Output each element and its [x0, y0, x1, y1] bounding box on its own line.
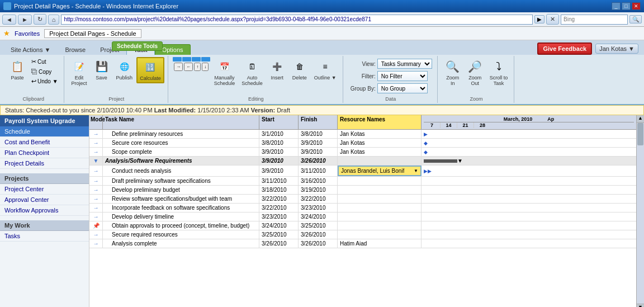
- sidebar-item-tasks[interactable]: Tasks: [0, 231, 89, 242]
- back-button[interactable]: ◄: [2, 15, 16, 25]
- address-input[interactable]: [61, 15, 533, 25]
- insert-button[interactable]: ➕ Insert: [267, 57, 288, 82]
- sidebar: Payroll System Upgrade Schedule Cost and…: [0, 115, 89, 307]
- group-by-select[interactable]: No Group: [377, 83, 428, 93]
- zoom-out-button[interactable]: 🔎 ZoomOut: [465, 57, 486, 88]
- cell-mode-5: →: [89, 177, 103, 185]
- cell-finish-3: 3/26/2010: [299, 157, 338, 165]
- tab-browse[interactable]: Browse: [58, 44, 93, 55]
- cell-task-12[interactable]: Analysis complete: [103, 239, 259, 248]
- vertical-scrollbar[interactable]: ▲ ▼: [636, 115, 644, 307]
- scroll-to-task-button[interactable]: ⤵ Scroll toTask: [487, 57, 511, 88]
- cell-task-0[interactable]: Define preliminary resources: [103, 130, 259, 138]
- col-header-start[interactable]: Start: [259, 115, 299, 129]
- cell-finish-7: 3/22/2010: [299, 195, 338, 203]
- cell-finish-5: 3/16/2010: [299, 177, 338, 185]
- sidebar-item-approval-center[interactable]: Approval Center: [0, 195, 89, 205]
- publish-button[interactable]: 🌐 Publish: [113, 57, 136, 82]
- scroll-up-button[interactable]: ▲: [637, 115, 644, 123]
- outline-button[interactable]: ≡ Outline ▼: [311, 57, 339, 82]
- cell-finish-2: 3/9/2010: [299, 148, 338, 156]
- project-group: 📝 EditProject 💾 Save 🌐 Publish 🔢 Calcula…: [65, 56, 168, 103]
- cut-button[interactable]: ✂ Cut: [29, 57, 60, 67]
- go-button[interactable]: ▶: [534, 15, 544, 23]
- outline-icon: ≡: [318, 59, 333, 74]
- zoom-in-icon: 🔍: [445, 59, 461, 74]
- sidebar-item-schedule[interactable]: Schedule: [0, 126, 89, 137]
- cell-task-10[interactable]: Obtain approvals to proceed (concept, ti…: [103, 221, 259, 230]
- cut-icon: ✂: [31, 58, 36, 65]
- home-button[interactable]: ⌂: [48, 15, 60, 25]
- undo-button[interactable]: ↩ Undo ▼: [29, 77, 60, 86]
- auto-schedule-button[interactable]: 🗓 AutoSchedule: [239, 57, 266, 88]
- cell-task-7[interactable]: Review software specifications/budget wi…: [103, 195, 259, 203]
- schedule-tools-tab[interactable]: Schedule Tools: [112, 41, 163, 51]
- sidebar-item-project-details[interactable]: Project Details: [0, 158, 89, 169]
- cell-task-9[interactable]: Develop delivery timeline: [103, 212, 259, 221]
- zoom-in-button[interactable]: 🔍 ZoomIn: [442, 57, 463, 88]
- calculate-button[interactable]: 🔢 Calculate: [136, 57, 164, 83]
- save-icon: 💾: [94, 59, 110, 74]
- tab-item[interactable]: Project Detail Pages - Schedule: [44, 29, 141, 38]
- cell-task-4[interactable]: Conduct needs analysis: [103, 166, 259, 176]
- manually-schedule-button[interactable]: 📅 ManuallySchedule: [211, 57, 238, 88]
- cell-task-1[interactable]: Secure core resources: [103, 139, 259, 147]
- delete-button[interactable]: 🗑 Delete: [289, 57, 310, 82]
- scroll-track: [637, 123, 644, 304]
- outdent-button[interactable]: ←: [184, 63, 193, 71]
- minimize-button[interactable]: _: [612, 2, 621, 10]
- stop-button[interactable]: ✕: [546, 14, 559, 25]
- cell-mode-0: →: [89, 130, 103, 138]
- close-button[interactable]: ✕: [632, 2, 641, 10]
- indent-button[interactable]: →: [174, 63, 183, 71]
- cell-task-3[interactable]: Analysis/Software Requirements: [103, 157, 259, 165]
- table-row: → Review software specifications/budget …: [89, 195, 644, 204]
- paste-button[interactable]: 📋 Paste: [7, 57, 28, 82]
- cell-start-10: 3/24/2010: [259, 221, 299, 230]
- search-input[interactable]: [561, 15, 628, 25]
- favorites-label[interactable]: Favorites: [15, 30, 40, 37]
- group-by-row: Group By: No Group: [348, 83, 434, 94]
- copy-button[interactable]: ⿻ Copy: [29, 67, 60, 76]
- cell-resource-11: [338, 230, 422, 239]
- save-button[interactable]: 💾 Save: [91, 57, 112, 82]
- sidebar-item-workflow-approvals[interactable]: Workflow Approvals: [0, 205, 89, 216]
- scroll-down-button[interactable]: ▼: [637, 304, 644, 307]
- search-go-button[interactable]: 🔍: [629, 15, 642, 23]
- cell-resource-4[interactable]: Jonas Brandel, Luis Bonif ▼: [338, 166, 422, 176]
- sidebar-item-project-center[interactable]: Project Center: [0, 184, 89, 195]
- table-row: → Analysis complete 3/26/2010 3/26/2010 …: [89, 239, 644, 248]
- move-down-button[interactable]: ↓: [202, 63, 209, 71]
- refresh-button[interactable]: ↻: [34, 14, 46, 25]
- title-bar-controls: _ □ ✕: [612, 2, 641, 10]
- scroll-thumb[interactable]: [637, 123, 643, 145]
- resource-dropdown-trigger[interactable]: ▼: [414, 168, 418, 173]
- grid-area: Mode Task Name Start Finish Resource Nam…: [89, 115, 644, 307]
- filter-select[interactable]: No Filter: [377, 71, 428, 81]
- cell-task-5[interactable]: Draft preliminary software specification…: [103, 177, 259, 185]
- editing-items: → ← ↑ ↓ 📅 ManuallySchedule 🗓 AutoSchedul…: [173, 57, 339, 95]
- view-select[interactable]: Tasks Summary: [377, 59, 432, 69]
- table-row: → Incorporate feedback on software speci…: [89, 204, 644, 212]
- ribbon: Schedule Tools Site Actions ▼ Browse Pro…: [0, 40, 644, 105]
- zoom-items: 🔍 ZoomIn 🔎 ZoomOut ⤵ Scroll toTask: [442, 57, 511, 95]
- sidebar-item-plan-checkpoint[interactable]: Plan Checkpoint: [0, 148, 89, 158]
- cell-mode-4: →: [89, 166, 103, 176]
- col-header-resource[interactable]: Resource Names: [338, 115, 422, 129]
- cell-task-2[interactable]: Scope complete: [103, 148, 259, 156]
- forward-button[interactable]: ►: [18, 15, 32, 25]
- cell-task-11[interactable]: Secure required resources: [103, 230, 259, 239]
- user-menu-button[interactable]: Jan Kotas ▼: [595, 44, 638, 54]
- cell-task-6[interactable]: Develop preliminary budget: [103, 186, 259, 194]
- tab-site-actions[interactable]: Site Actions ▼: [3, 44, 58, 55]
- col-header-task[interactable]: Task Name: [103, 115, 259, 129]
- maximize-button[interactable]: □: [622, 2, 631, 10]
- give-feedback-button[interactable]: Give Feedback: [537, 42, 592, 55]
- move-up-button[interactable]: ↑: [194, 63, 201, 71]
- sidebar-item-cost-benefit[interactable]: Cost and Benefit: [0, 137, 89, 148]
- cell-gantt-5: [422, 177, 644, 185]
- edit-project-button[interactable]: 📝 EditProject: [69, 57, 90, 88]
- col-header-finish[interactable]: Finish: [299, 115, 338, 129]
- cell-task-8[interactable]: Incorporate feedback on software specifi…: [103, 204, 259, 212]
- ribbon-tabs: Schedule Tools Site Actions ▼ Browse Pro…: [0, 40, 644, 55]
